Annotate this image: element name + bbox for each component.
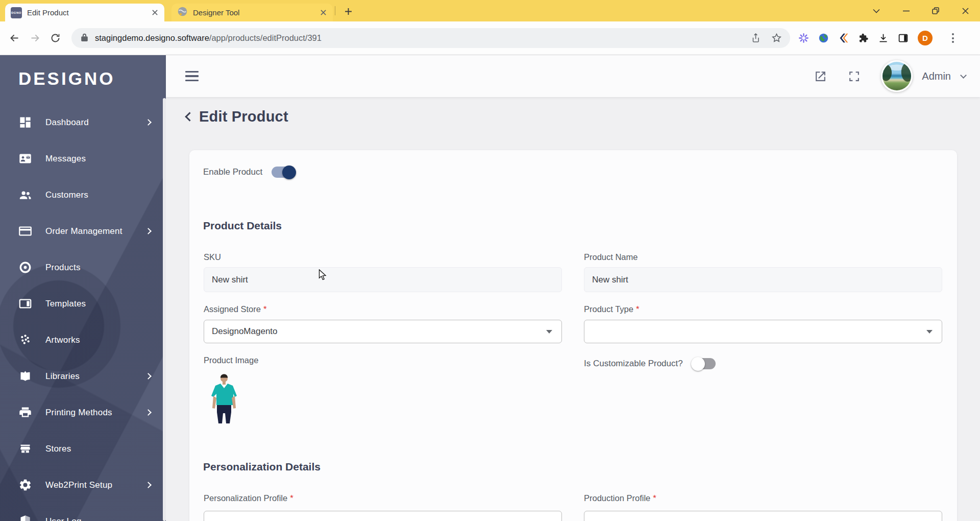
app-topbar: Admin xyxy=(166,55,980,97)
dashboard-grid-icon xyxy=(18,115,32,129)
window-minimize-button[interactable] xyxy=(891,0,921,21)
sku-label: SKU xyxy=(204,252,221,262)
tab-close-icon[interactable] xyxy=(318,8,328,17)
user-name-label: Admin xyxy=(922,70,951,82)
reload-button[interactable] xyxy=(45,28,65,49)
browser-toolbar: stagingdemo.designo.software/app/product… xyxy=(0,21,980,55)
designo-logo: DESIGNO xyxy=(18,68,166,89)
product-name-label: Product Name xyxy=(584,252,638,262)
sidebar-item-artworks[interactable]: Artworks xyxy=(0,322,166,358)
url-text: stagingdemo.designo.software/app/product… xyxy=(95,33,751,43)
enable-product-label: Enable Product xyxy=(203,167,262,177)
product-type-select[interactable] xyxy=(584,320,942,343)
sidebar-item-libraries[interactable]: Libraries xyxy=(0,358,166,394)
extension-starburst-icon[interactable] xyxy=(798,33,809,43)
tab-designer-tool[interactable]: Designer Tool xyxy=(172,4,333,21)
browser-profile-avatar[interactable]: D xyxy=(918,31,933,45)
product-details-heading: Product Details xyxy=(203,220,282,232)
required-asterisk: * xyxy=(636,304,639,314)
disc-icon xyxy=(18,260,32,274)
tab-edit-product[interactable]: DGNO Edit Product xyxy=(5,4,164,21)
credit-card-icon xyxy=(18,224,32,238)
chevron-right-icon xyxy=(145,409,152,416)
back-chevron-icon[interactable] xyxy=(185,112,194,121)
sidebar-item-printing-methods[interactable]: Printing Methods xyxy=(0,394,166,431)
side-panel-icon[interactable] xyxy=(898,33,909,43)
product-name-input[interactable]: New shirt xyxy=(584,267,942,292)
people-icon xyxy=(18,188,32,202)
select-caret-icon xyxy=(546,330,552,334)
sidebar-item-order-management[interactable]: Order Management xyxy=(0,213,166,249)
sidebar-item-products[interactable]: Products xyxy=(0,249,166,286)
assigned-store-select[interactable]: DesignoMagento xyxy=(204,320,562,343)
address-bar[interactable]: stagingdemo.designo.software/app/product… xyxy=(71,28,790,48)
window-restore-button[interactable] xyxy=(921,0,950,21)
globe-favicon-icon xyxy=(177,6,188,19)
extension-chevrons-icon[interactable] xyxy=(838,33,849,43)
sidebar-nav: Dashboard Messages Customers Order Manag… xyxy=(0,104,166,521)
shield-icon xyxy=(18,514,32,521)
new-tab-button[interactable] xyxy=(341,4,355,18)
open-in-new-icon[interactable] xyxy=(813,68,828,84)
window-close-button[interactable] xyxy=(950,0,980,21)
is-customizable-label: Is Customizable Product? xyxy=(584,359,683,369)
bookmark-star-icon[interactable] xyxy=(771,33,782,43)
production-profile-select[interactable] xyxy=(584,511,942,521)
sidebar-item-templates[interactable]: Templates xyxy=(0,286,166,322)
personalization-profile-label: Personalization Profile* xyxy=(204,493,293,503)
extension-earth-icon[interactable] xyxy=(818,33,829,43)
assigned-store-label: Assigned Store* xyxy=(204,304,266,314)
template-icon xyxy=(18,297,32,311)
fullscreen-icon[interactable] xyxy=(846,68,862,84)
product-image-label: Product Image xyxy=(204,356,258,365)
storefront-icon xyxy=(18,442,32,456)
book-icon xyxy=(18,369,32,383)
tab-search-chevron-icon[interactable] xyxy=(862,0,891,21)
back-button[interactable] xyxy=(4,28,24,49)
sidebar: DESIGNO Dashboard Messages Customers Ord… xyxy=(0,55,166,521)
dgno-favicon-icon: DGNO xyxy=(11,7,22,18)
is-customizable-toggle[interactable] xyxy=(692,358,716,369)
browser-tabstrip: DGNO Edit Product Designer Tool xyxy=(0,0,980,21)
contact-mail-icon xyxy=(18,152,32,165)
required-asterisk: * xyxy=(263,304,266,314)
main-area: Admin Edit Product Enable Product Produc… xyxy=(166,55,980,521)
select-caret-icon xyxy=(926,330,933,334)
chevron-right-icon xyxy=(145,373,152,380)
product-image-tshirt-model[interactable] xyxy=(210,373,238,423)
personalization-profile-select[interactable] xyxy=(204,511,562,521)
user-avatar[interactable] xyxy=(881,60,913,92)
production-profile-label: Production Profile* xyxy=(584,493,656,503)
chevron-right-icon xyxy=(145,119,152,126)
tab-title: Designer Tool xyxy=(193,8,318,17)
lock-icon xyxy=(81,33,88,44)
share-icon[interactable] xyxy=(751,33,762,43)
personalization-details-heading: Personalization Details xyxy=(203,461,321,473)
sidebar-item-web2print-setup[interactable]: Web2Print Setup xyxy=(0,467,166,503)
tab-divider xyxy=(335,6,335,15)
tab-title: Edit Product xyxy=(27,8,150,17)
avatar-beach-photo xyxy=(883,62,911,90)
sku-input[interactable]: New shirt xyxy=(204,267,562,292)
gear-icon xyxy=(18,478,32,492)
required-asterisk: * xyxy=(290,493,293,503)
required-asterisk: * xyxy=(653,493,656,503)
sidebar-item-customers[interactable]: Customers xyxy=(0,177,166,213)
dots-icon xyxy=(18,333,32,347)
enable-product-toggle[interactable] xyxy=(272,167,295,178)
page-title: Edit Product xyxy=(199,108,288,125)
sidebar-item-user-log[interactable]: User Log xyxy=(0,503,166,521)
extensions-puzzle-icon[interactable] xyxy=(858,33,869,43)
downloads-icon[interactable] xyxy=(878,33,889,43)
browser-menu-kebab-icon[interactable] xyxy=(950,31,956,44)
user-menu-caret-icon[interactable] xyxy=(960,72,967,79)
printer-icon xyxy=(18,406,32,419)
edit-product-card: Enable Product Product Details SKU New s… xyxy=(189,150,957,521)
menu-hamburger-icon[interactable] xyxy=(182,68,202,84)
sidebar-item-dashboard[interactable]: Dashboard xyxy=(0,104,166,140)
sidebar-item-stores[interactable]: Stores xyxy=(0,431,166,467)
chevron-right-icon xyxy=(145,482,152,488)
sidebar-item-messages[interactable]: Messages xyxy=(0,140,166,177)
forward-button[interactable] xyxy=(24,28,45,49)
tab-close-icon[interactable] xyxy=(150,8,159,17)
